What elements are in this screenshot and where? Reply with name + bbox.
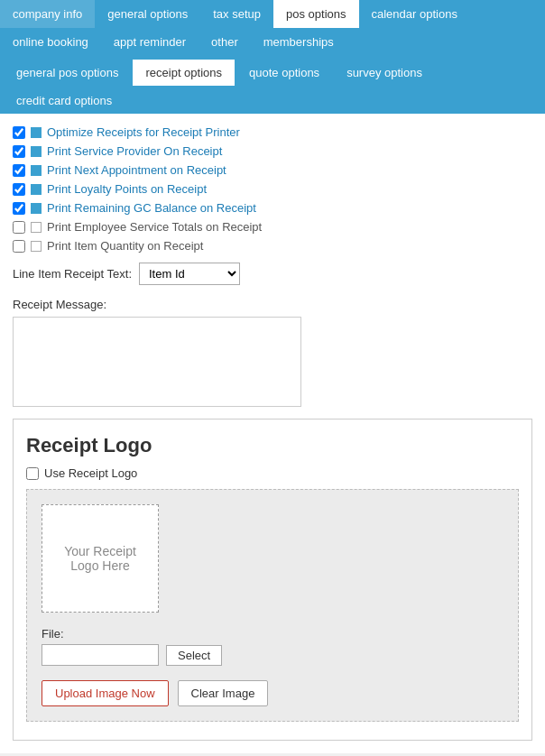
checkbox-row-3: Print Loyalty Points on Receipt <box>13 180 532 198</box>
sub-tab-bar: general pos options receipt options quot… <box>0 56 545 114</box>
logo-preview-area: Your Receipt Logo Here File: Select Uplo… <box>26 489 519 722</box>
checkbox-row-6: Print Item Quantity on Receipt <box>13 236 532 255</box>
blue-indicator-4 <box>31 203 42 214</box>
checkbox-row-1: Print Service Provider On Receipt <box>13 142 532 161</box>
checkbox-label-6: Print Item Quantity on Receipt <box>47 239 203 253</box>
checkbox-label-4: Print Remaining GC Balance on Receipt <box>47 201 256 215</box>
checkbox-3[interactable] <box>13 183 25 196</box>
file-input[interactable] <box>42 644 159 666</box>
file-row: File: Select <box>42 627 222 666</box>
receipt-message-section: Receipt Message: <box>13 298 532 410</box>
nav-general-options[interactable]: general options <box>95 0 200 28</box>
receipt-message-label: Receipt Message: <box>13 298 532 311</box>
blue-indicator-1 <box>31 146 42 157</box>
checkbox-label-0: Optimize Receipts for Receipt Printer <box>47 125 240 139</box>
nav-online-booking[interactable]: online booking <box>0 28 101 56</box>
tab-survey-options[interactable]: survey options <box>334 60 435 86</box>
tab-general-pos[interactable]: general pos options <box>4 60 131 86</box>
checkbox-row-5: Print Employee Service Totals on Receipt <box>13 217 532 236</box>
line-item-select[interactable]: Item Id Item Name Item Code <box>139 263 240 285</box>
checkbox-label-3: Print Loyalty Points on Receipt <box>47 182 207 196</box>
checkbox-label-1: Print Service Provider On Receipt <box>47 144 222 158</box>
select-button[interactable]: Select <box>166 645 222 666</box>
nav-appt-reminder[interactable]: appt reminder <box>101 28 199 56</box>
upload-buttons-row: Upload Image Now Clear Image <box>42 680 268 706</box>
checkbox-6[interactable] <box>13 240 25 253</box>
checkbox-label-5: Print Employee Service Totals on Receipt <box>47 220 262 234</box>
nav-calendar-options[interactable]: calendar options <box>359 0 470 28</box>
tab-credit-card-options[interactable]: credit card options <box>4 88 125 114</box>
checkbox-row-2: Print Next Appointment on Receipt <box>13 161 532 180</box>
empty-indicator-5 <box>31 222 42 233</box>
nav-memberships[interactable]: memberships <box>251 28 346 56</box>
receipt-message-textarea[interactable] <box>13 317 301 407</box>
logo-section-title: Receipt Logo <box>26 434 519 457</box>
use-logo-label: Use Receipt Logo <box>44 466 137 480</box>
checkbox-row-0: Optimize Receipts for Receipt Printer <box>13 123 532 142</box>
file-input-row: Select <box>42 644 222 666</box>
nav-other[interactable]: other <box>199 28 251 56</box>
checkbox-1[interactable] <box>13 145 25 158</box>
nav-row1: company info general options tax setup p… <box>0 0 545 28</box>
use-receipt-logo-checkbox[interactable] <box>26 467 39 480</box>
upload-image-button[interactable]: Upload Image Now <box>42 680 169 706</box>
blue-indicator-2 <box>31 165 42 176</box>
logo-placeholder: Your Receipt Logo Here <box>42 504 159 613</box>
logo-placeholder-text: Your Receipt Logo Here <box>51 544 149 573</box>
file-label: File: <box>42 627 222 641</box>
logo-section: Receipt Logo Use Receipt Logo Your Recei… <box>13 419 532 741</box>
checkbox-5[interactable] <box>13 221 25 234</box>
nav-company-info[interactable]: company info <box>0 0 95 28</box>
checkbox-2[interactable] <box>13 164 25 177</box>
blue-indicator-0 <box>31 127 42 138</box>
checkbox-row-4: Print Remaining GC Balance on Receipt <box>13 198 532 217</box>
nav-tax-setup[interactable]: tax setup <box>200 0 273 28</box>
checkbox-4[interactable] <box>13 202 25 215</box>
use-logo-row: Use Receipt Logo <box>26 466 519 480</box>
clear-image-button[interactable]: Clear Image <box>178 680 269 706</box>
tab-quote-options[interactable]: quote options <box>236 60 332 86</box>
main-content: Optimize Receipts for Receipt Printer Pr… <box>0 114 545 753</box>
line-item-row: Line Item Receipt Text: Item Id Item Nam… <box>13 255 532 289</box>
nav-pos-options[interactable]: pos options <box>273 0 359 28</box>
nav-row2: online booking appt reminder other membe… <box>0 28 545 56</box>
empty-indicator-6 <box>31 241 42 252</box>
checkbox-label-2: Print Next Appointment on Receipt <box>47 163 226 177</box>
tab-receipt-options[interactable]: receipt options <box>133 60 235 86</box>
checkbox-0[interactable] <box>13 126 25 139</box>
line-item-label: Line Item Receipt Text: <box>13 267 132 281</box>
blue-indicator-3 <box>31 184 42 195</box>
